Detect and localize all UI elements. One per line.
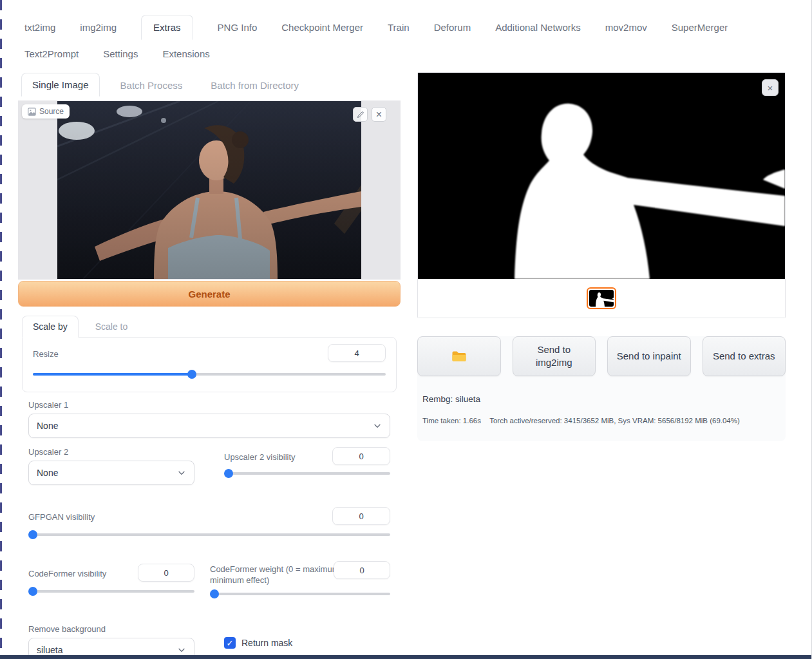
scale-by-panel: Resize [22,337,397,392]
subtab-single-image[interactable]: Single Image [21,73,100,97]
gallery-close-button[interactable]: × [762,79,779,96]
subtab-batch-from-directory[interactable]: Batch from Directory [203,74,307,97]
pencil-icon [357,111,364,119]
slider-handle[interactable] [224,469,233,478]
tab-extensions[interactable]: Extensions [162,48,209,59]
gfpgan-visibility-slider[interactable] [28,530,390,539]
upscaler-controls: Upscaler 1 None Upscaler 2 None [18,400,401,659]
codeformer-weight-slider[interactable] [210,589,390,598]
app-window: txt2img img2img Extras PNG Info Checkpoi… [0,0,812,659]
gallery-thumbnail-selected[interactable] [587,287,616,309]
scale-section: Scale by Scale to Resize [22,316,397,392]
nav-row-2: Text2Prompt Settings Extensions [24,41,811,66]
upscaler2-label: Upscaler 2 [28,447,194,457]
upscaler1-value: None [37,421,58,431]
extras-left-column: Single Image Batch Process Batch from Di… [18,72,401,659]
resize-value-input[interactable] [328,344,386,362]
chevron-down-icon [177,645,186,654]
subtab-batch-process[interactable]: Batch Process [113,74,191,97]
slider-track [210,593,390,595]
send-buttons-row: Send to img2img Send to inpaint Send to … [417,336,786,376]
edit-image-button[interactable] [353,107,368,122]
window-bottom-edge [0,655,811,659]
source-label-chip: Source [22,104,70,119]
codeformer-visibility-input[interactable] [138,564,194,582]
scale-tabs: Scale by Scale to [22,316,397,337]
gallery-thumbnail-strip [418,279,785,318]
upscaler1-label: Upscaler 1 [28,400,390,410]
remove-background-label: Remove background [28,624,194,634]
codeformer-visibility-label: CodeFormer visibility [28,564,106,578]
chevron-down-icon [177,468,186,477]
return-mask-label: Return mask [241,638,292,648]
clear-image-button[interactable]: × [372,107,386,122]
source-photo-dancer [57,101,361,279]
tab-img2img[interactable]: img2img [80,22,117,33]
upscaler2-section: Upscaler 2 None Upscaler 2 visibility [28,447,390,485]
tab-additional-networks[interactable]: Additional Networks [495,22,581,33]
tab-settings[interactable]: Settings [103,48,138,59]
upscaler1-dropdown[interactable]: None [28,414,390,438]
window-left-edge [0,0,2,659]
gfpgan-section: GFPGAN visibility [28,507,390,539]
tab-scale-by[interactable]: Scale by [22,316,79,338]
tab-extras[interactable]: Extras [141,15,193,40]
codeformer-weight-input[interactable] [334,561,390,579]
memory-stats-text: Torch active/reserved: 3415/3652 MiB, Sy… [489,417,740,425]
source-panel-actions: × [353,107,386,122]
checkbox-checked-icon: ✓ [224,637,236,649]
slider-handle[interactable] [28,587,37,596]
chevron-down-icon [373,421,382,430]
return-mask-checkbox[interactable]: ✓ Return mask [224,637,390,649]
generate-button[interactable]: Generate [18,281,401,307]
result-image-view[interactable]: × [418,73,785,279]
resize-slider[interactable] [33,370,386,379]
tab-supermerger[interactable]: SuperMerger [672,22,728,33]
image-icon [28,108,36,116]
tab-mov2mov[interactable]: mov2mov [605,22,647,33]
send-to-img2img-button[interactable]: Send to img2img [513,336,596,376]
tab-text2prompt[interactable]: Text2Prompt [24,48,79,59]
time-taken-text: Time taken: 1.66s [422,417,481,425]
result-mask-image [418,73,785,279]
upscaler2-visibility-slider[interactable] [224,469,390,478]
codeformer-section: CodeFormer visibility CodeFormer weight … [28,564,390,598]
tab-png-info[interactable]: PNG Info [218,22,258,33]
extras-output-column: × [417,72,786,659]
remove-background-value: silueta [37,645,62,655]
output-actions-panel: Send to img2img Send to inpaint Send to … [417,336,786,441]
slider-track [28,533,390,536]
source-label: Source [39,107,64,116]
slider-fill [33,373,192,376]
tab-train[interactable]: Train [388,22,410,33]
send-to-extras-button[interactable]: Send to extras [703,336,786,376]
tab-checkpoint-merger[interactable]: Checkpoint Merger [281,22,363,33]
folder-icon [451,350,467,363]
codeformer-visibility-slider[interactable] [28,587,194,596]
resize-label: Resize [33,344,59,359]
tab-txt2img[interactable]: txt2img [24,22,55,33]
generation-stats: Time taken: 1.66s Torch active/reserved:… [422,417,786,425]
tab-scale-to[interactable]: Scale to [85,316,138,337]
slider-track [28,590,194,593]
close-icon: × [376,109,382,120]
rembg-status-text: Rembg: silueta [422,394,786,404]
upscaler2-value: None [37,468,58,478]
slider-handle[interactable] [28,530,37,539]
upscaler1-section: Upscaler 1 None [28,400,390,438]
main-content: Single Image Batch Process Batch from Di… [0,66,811,659]
source-image-panel[interactable]: Source × [18,100,401,280]
open-folder-button[interactable] [417,336,501,376]
close-icon: × [768,82,773,93]
gfpgan-visibility-label: GFPGAN visibility [28,507,95,522]
tab-deforum[interactable]: Deforum [434,22,471,33]
thumbnail-mask-image [589,290,614,307]
slider-handle[interactable] [187,370,196,379]
upscaler2-visibility-label: Upscaler 2 visibility [224,447,296,462]
send-to-inpaint-button[interactable]: Send to inpaint [607,336,691,376]
gfpgan-visibility-input[interactable] [332,507,390,525]
slider-handle[interactable] [210,589,219,598]
upscaler2-dropdown[interactable]: None [28,461,194,485]
upscaler2-visibility-input[interactable] [332,447,390,465]
remove-background-section: Remove background silueta ✓ Return mask [28,624,390,659]
